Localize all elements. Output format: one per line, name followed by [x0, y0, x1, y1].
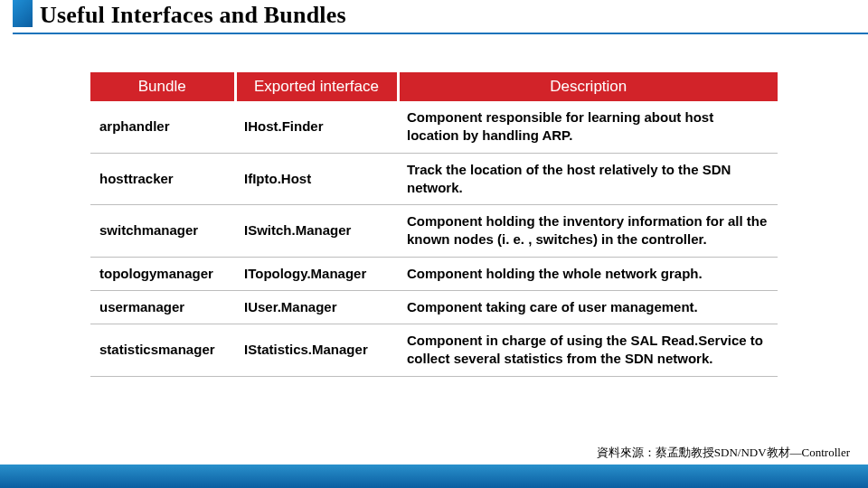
cell-bundle: topologymanager: [90, 257, 235, 290]
col-interface: Exported interface: [235, 72, 398, 101]
cell-interface: IUser.Manager: [235, 290, 398, 324]
cell-description: Component responsible for learning about…: [398, 101, 778, 153]
interfaces-table: Bundle Exported interface Description ar…: [90, 72, 778, 377]
header-underline: [13, 33, 868, 34]
cell-description: Component in charge of using the SAL Rea…: [398, 324, 778, 377]
col-bundle: Bundle: [90, 72, 235, 101]
table-row: switchmanager ISwitch.Manager Component …: [90, 205, 778, 258]
header-accent: [13, 0, 33, 27]
cell-interface: ITopology.Manager: [235, 257, 398, 290]
source-credit: 資料來源：蔡孟勳教授SDN/NDV教材—Controller: [597, 445, 850, 461]
cell-bundle: hosttracker: [90, 153, 235, 205]
table-row: hosttracker IfIpto.Host Track the locati…: [90, 153, 778, 205]
table-row: statisticsmanager IStatistics.Manager Co…: [90, 324, 778, 377]
cell-description: Component taking care of user management…: [398, 290, 778, 324]
cell-description: Component holding the inventory informat…: [398, 205, 778, 258]
cell-bundle: usermanager: [90, 290, 235, 324]
table-header-row: Bundle Exported interface Description: [90, 72, 778, 101]
slide-title: Useful Interfaces and Bundles: [40, 2, 346, 29]
cell-interface: IfIpto.Host: [235, 153, 398, 205]
slide-header: Useful Interfaces and Bundles: [0, 0, 868, 42]
interfaces-table-container: Bundle Exported interface Description ar…: [90, 72, 778, 377]
cell-interface: ISwitch.Manager: [235, 205, 398, 258]
footer-bar: [0, 465, 868, 488]
cell-bundle: switchmanager: [90, 205, 235, 258]
table-row: usermanager IUser.Manager Component taki…: [90, 290, 778, 324]
table-row: topologymanager ITopology.Manager Compon…: [90, 257, 778, 290]
col-description: Description: [398, 72, 778, 101]
cell-interface: IHost.Finder: [235, 101, 398, 153]
cell-interface: IStatistics.Manager: [235, 324, 398, 377]
cell-description: Track the location of the host relativel…: [398, 153, 778, 205]
cell-bundle: statisticsmanager: [90, 324, 235, 377]
cell-bundle: arphandler: [90, 101, 235, 153]
table-row: arphandler IHost.Finder Component respon…: [90, 101, 778, 153]
cell-description: Component holding the whole network grap…: [398, 257, 778, 290]
